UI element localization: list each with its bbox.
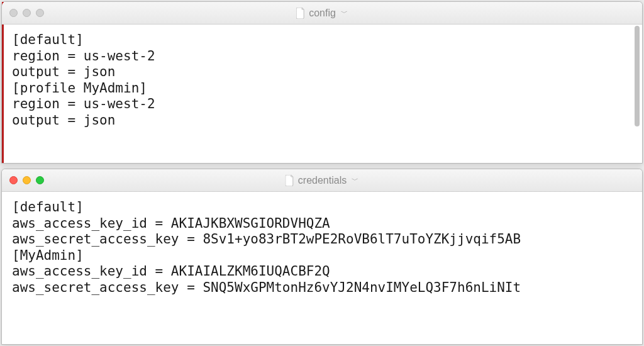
credentials-line: aws_secret_access_key = SNQ5WxGPMtonHz6v… bbox=[12, 280, 521, 295]
chevron-down-icon: ﹀ bbox=[341, 8, 348, 18]
title-text: credentials bbox=[298, 175, 347, 186]
config-line: [profile MyAdmin] bbox=[12, 81, 147, 96]
title-text: config bbox=[309, 8, 336, 19]
config-line: region = us-west-2 bbox=[12, 96, 155, 111]
file-icon bbox=[286, 175, 294, 186]
traffic-lights bbox=[9, 9, 44, 17]
config-line: output = json bbox=[12, 64, 115, 79]
window-title[interactable]: credentials ﹀ bbox=[286, 175, 358, 186]
titlebar-credentials[interactable]: credentials ﹀ bbox=[2, 169, 642, 192]
config-line: output = json bbox=[12, 113, 115, 128]
minimize-icon[interactable] bbox=[23, 9, 31, 17]
close-icon[interactable] bbox=[9, 9, 18, 17]
zoom-icon[interactable] bbox=[36, 176, 44, 184]
window-title[interactable]: config ﹀ bbox=[296, 8, 348, 19]
scrollbar[interactable] bbox=[635, 26, 641, 160]
config-line: region = us-west-2 bbox=[12, 48, 155, 64]
close-icon[interactable] bbox=[9, 176, 18, 184]
file-icon bbox=[296, 8, 305, 19]
credentials-line: [default] bbox=[12, 199, 84, 215]
titlebar-config[interactable]: config ﹀ bbox=[2, 2, 642, 25]
editor-content-config[interactable]: [default] region = us-west-2 output = js… bbox=[2, 25, 642, 163]
credentials-line: aws_secret_access_key = 8Sv1+yo83rBT2wPE… bbox=[12, 232, 521, 247]
zoom-icon[interactable] bbox=[36, 9, 44, 17]
traffic-lights bbox=[9, 176, 44, 184]
credentials-line: aws_access_key_id = AKIAIALZKM6IUQACBF2Q bbox=[12, 264, 330, 279]
config-line: [default] bbox=[12, 32, 84, 47]
credentials-line: [MyAdmin] bbox=[12, 248, 84, 263]
editor-window-credentials: credentials ﹀ [default] aws_access_key_i… bbox=[1, 169, 643, 345]
editor-content-credentials[interactable]: [default] aws_access_key_id = AKIAJKBXWS… bbox=[2, 192, 642, 344]
credentials-line: aws_access_key_id = AKIAJKBXWSGIORDVHQZA bbox=[12, 216, 330, 231]
editor-window-config: config ﹀ [default] region = us-west-2 ou… bbox=[1, 1, 643, 164]
scrollbar-thumb[interactable] bbox=[635, 26, 640, 126]
minimize-icon[interactable] bbox=[23, 176, 31, 184]
chevron-down-icon: ﹀ bbox=[352, 176, 358, 185]
